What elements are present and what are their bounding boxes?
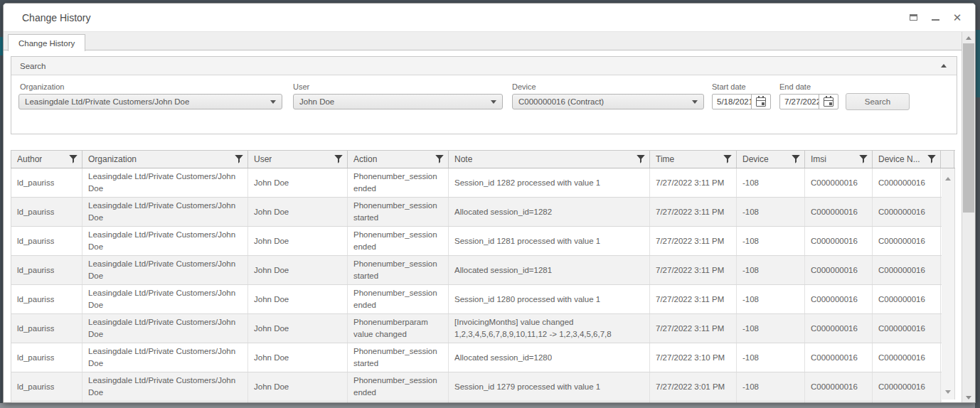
scroll-up-icon[interactable] — [945, 177, 951, 181]
search-button[interactable]: Search — [846, 93, 910, 110]
cell-organization: Leasingdale Ltd/Private Customers/John D… — [82, 372, 248, 401]
cell-imsi: C000000016 — [805, 198, 873, 226]
cell-organization: Leasingdale Ltd/Private Customers/John D… — [82, 285, 248, 313]
user-value: John Doe — [299, 97, 334, 106]
dialog-vertical-scrollbar[interactable] — [962, 32, 975, 402]
table-row[interactable]: ld_paurissLeasingdale Ltd/Private Custom… — [11, 372, 942, 402]
cell-action: Phonenumber_session ended — [348, 227, 449, 255]
dialog-titlebar: Change History ✕ — [4, 4, 975, 32]
chevron-down-icon — [270, 100, 276, 104]
table-row[interactable]: ld_paurissLeasingdale Ltd/Private Custom… — [11, 227, 942, 256]
cell-note: Allocated session_id=1281 — [449, 256, 650, 284]
filter-icon[interactable] — [927, 155, 936, 163]
filter-icon[interactable] — [859, 155, 868, 163]
cell-device-name: C000000016 — [873, 198, 941, 226]
cell-time: 7/27/2022 3:11 PM — [650, 314, 737, 343]
filter-icon[interactable] — [723, 155, 732, 163]
end-date-calendar-button[interactable] — [819, 95, 838, 109]
table-row[interactable]: ld_paurissLeasingdale Ltd/Private Custom… — [11, 256, 942, 285]
collapse-panel-icon[interactable] — [941, 64, 947, 68]
start-date-calendar-button[interactable] — [751, 95, 770, 109]
column-header-action[interactable]: Action — [348, 151, 449, 168]
column-header-label: Action — [353, 154, 377, 164]
organization-select[interactable]: Leasingdale Ltd/Private Customers/John D… — [18, 94, 282, 109]
scroll-up-icon[interactable] — [966, 36, 971, 40]
table-row[interactable]: ld_paurissLeasingdale Ltd/Private Custom… — [11, 285, 942, 314]
column-header-note[interactable]: Note — [449, 151, 650, 168]
close-button[interactable]: ✕ — [949, 10, 965, 26]
cell-author: ld_pauriss — [11, 227, 82, 255]
change-history-dialog: Change History ✕ Change History Search O… — [3, 3, 976, 403]
column-header-device-name[interactable]: Device N... — [873, 151, 941, 168]
cell-note: Session_id 1280 processed with value 1 — [449, 285, 650, 313]
cell-device-name: C000000016 — [873, 256, 941, 284]
table-row[interactable]: ld_paurissLeasingdale Ltd/Private Custom… — [11, 314, 942, 343]
cell-organization: Leasingdale Ltd/Private Customers/John D… — [82, 168, 248, 197]
table-row[interactable]: ld_paurissLeasingdale Ltd/Private Custom… — [11, 343, 942, 372]
user-label: User — [293, 82, 309, 91]
table-header-row: AuthorOrganizationUserActionNoteTimeDevi… — [11, 150, 955, 168]
maximize-button[interactable] — [905, 10, 921, 26]
cell-user: John Doe — [248, 198, 348, 226]
table-row[interactable]: ld_paurissLeasingdale Ltd/Private Custom… — [11, 198, 942, 227]
cell-time: 7/27/2022 3:01 PM — [650, 372, 737, 401]
cell-organization: Leasingdale Ltd/Private Customers/John D… — [82, 256, 248, 284]
filter-icon[interactable] — [435, 155, 444, 163]
user-select[interactable]: John Doe — [293, 94, 503, 109]
search-panel-header[interactable]: Search — [11, 57, 957, 75]
calendar-icon — [756, 97, 766, 107]
column-header-imsi[interactable]: Imsi — [805, 151, 873, 168]
device-value: C000000016 (Contract) — [518, 97, 604, 106]
column-header-label: Organization — [88, 154, 137, 164]
cell-imsi: C000000016 — [805, 256, 873, 284]
cell-device-name: C000000016 — [873, 285, 941, 313]
maximize-icon — [910, 14, 917, 21]
cell-imsi: C000000016 — [805, 372, 873, 401]
filter-icon[interactable] — [235, 155, 243, 163]
cell-action: Phonenumber_session started — [348, 198, 449, 226]
close-icon: ✕ — [953, 12, 962, 23]
filter-icon[interactable] — [792, 155, 800, 163]
end-date-label: End date — [779, 82, 811, 91]
search-panel-title: Search — [20, 62, 46, 70]
scrollbar-thumb[interactable] — [963, 43, 974, 213]
filter-icon[interactable] — [69, 155, 78, 163]
cell-device: -108 — [737, 168, 805, 197]
cell-time: 7/27/2022 3:11 PM — [650, 168, 737, 197]
cell-organization: Leasingdale Ltd/Private Customers/John D… — [82, 227, 248, 255]
column-header-device[interactable]: Device — [737, 151, 805, 168]
column-header-time[interactable]: Time — [650, 151, 737, 168]
cell-imsi: C000000016 — [805, 314, 873, 343]
table-row[interactable]: ld_paurissLeasingdale Ltd/Private Custom… — [11, 168, 942, 198]
calendar-icon — [824, 97, 833, 107]
scroll-down-icon[interactable] — [945, 390, 951, 394]
filter-icon[interactable] — [637, 155, 645, 163]
column-header-author[interactable]: Author — [11, 151, 82, 168]
filter-icon[interactable] — [334, 155, 343, 163]
end-date-input[interactable] — [780, 95, 819, 109]
cell-device-name: C000000016 — [873, 372, 941, 401]
device-select[interactable]: C000000016 (Contract) — [512, 94, 704, 109]
cell-imsi: C000000016 — [805, 285, 873, 313]
background-accent — [975, 30, 980, 97]
cell-action: Phonenumber_session ended — [348, 285, 449, 313]
cell-note: Allocated session_id=1282 — [449, 198, 650, 226]
start-date-field — [712, 94, 771, 109]
column-header-user[interactable]: User — [248, 151, 348, 168]
tab-strip: Change History — [4, 32, 975, 50]
cell-device-name: C000000016 — [873, 168, 941, 197]
cell-author: ld_pauriss — [11, 168, 82, 197]
column-header-organization[interactable]: Organization — [82, 151, 248, 168]
start-date-label: Start date — [712, 82, 746, 91]
header-scrollbar-stub — [941, 151, 954, 168]
cell-organization: Leasingdale Ltd/Private Customers/John D… — [82, 343, 248, 372]
tab-change-history[interactable]: Change History — [8, 34, 85, 51]
end-date-field — [779, 94, 838, 109]
start-date-input[interactable] — [713, 95, 751, 109]
scroll-down-icon[interactable] — [966, 396, 971, 399]
minimize-button[interactable] — [927, 10, 943, 26]
background-page-bottom — [0, 403, 980, 408]
cell-time: 7/27/2022 3:11 PM — [650, 285, 737, 313]
cell-action: Phonenumber_session started — [348, 256, 449, 284]
table-vertical-scrollbar[interactable] — [942, 168, 955, 399]
